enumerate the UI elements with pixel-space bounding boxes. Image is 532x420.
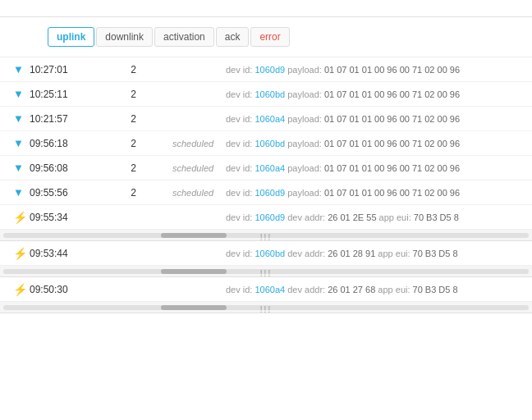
appeui-label: app eui: [378, 249, 412, 258]
payload-value: 01 07 01 01 00 96 00 71 02 00 96 [324, 114, 460, 124]
payload-label: payload: [287, 89, 324, 99]
devid-link[interactable]: 1060d9 [255, 65, 285, 75]
scroll-ellipsis: !!! [260, 233, 272, 242]
row-time: 09:55:56 [30, 187, 87, 199]
scrollbar-thumb[interactable] [161, 233, 227, 238]
table-row[interactable]: ⚡09:53:44dev id: 1060bd dev addr: 26 01 … [0, 241, 532, 266]
tab-error[interactable]: error [250, 27, 289, 47]
page-title [0, 0, 532, 16]
row-counter: 2 [87, 89, 136, 100]
row-time: 10:25:11 [30, 89, 87, 100]
scrollbar-track: !!! [3, 269, 529, 274]
devaddr-label: dev addr: [287, 285, 328, 294]
arrow-down-icon: ▼ [13, 137, 30, 149]
devid-link[interactable]: 1060d9 [255, 188, 285, 198]
row-counter: 2 [87, 162, 136, 174]
scroll-ellipsis: !!! [260, 269, 272, 278]
devid-label: dev id: [226, 212, 255, 222]
appeui-value: 70 B3 D5 8 [414, 212, 459, 222]
row-counter: 2 [87, 64, 136, 75]
devid-label: dev id: [226, 163, 255, 173]
row-content: dev id: 1060bd payload: 01 07 01 01 00 9… [226, 139, 519, 148]
row-time: 10:27:01 [30, 64, 87, 75]
arrow-down-icon: ▼ [13, 88, 30, 100]
devid-label: dev id: [226, 188, 255, 198]
devaddr-value: 26 01 2E 55 [328, 212, 376, 222]
row-content: dev id: 1060a4 payload: 01 07 01 01 00 9… [226, 114, 519, 124]
tab-ack[interactable]: ack [216, 27, 250, 47]
horizontal-scrollbar[interactable]: !!! [0, 302, 532, 313]
devid-link[interactable]: 1060bd [255, 249, 285, 258]
tab-uplink[interactable]: uplink [48, 27, 94, 47]
devid-link[interactable]: 1060bd [255, 89, 285, 99]
row-time: 09:55:34 [30, 212, 87, 223]
devid-label: dev id: [226, 139, 255, 148]
appeui-value: 70 B3 D5 8 [413, 285, 458, 294]
table-row[interactable]: ▼09:56:082scheduleddev id: 1060a4 payloa… [0, 156, 532, 180]
appeui-label: app eui: [379, 212, 414, 222]
devid-link[interactable]: 1060d9 [255, 212, 285, 222]
appeui-label: app eui: [378, 285, 412, 294]
devid-link[interactable]: 1060bd [255, 139, 285, 148]
filter-tabs: uplink downlink activation ack error [48, 27, 290, 47]
row-time: 09:56:18 [30, 138, 87, 149]
table-row[interactable]: ⚡09:50:30dev id: 1060a4 dev addr: 26 01 … [0, 277, 532, 302]
lightning-icon: ⚡ [13, 247, 30, 260]
devid-link[interactable]: 1060a4 [255, 163, 285, 173]
row-content: dev id: 1060bd payload: 01 07 01 01 00 9… [226, 89, 519, 99]
devaddr-value: 26 01 27 68 [328, 285, 375, 294]
arrow-down-icon: ▼ [13, 162, 30, 174]
row-counter: 2 [87, 113, 136, 125]
row-scheduled: scheduled [172, 188, 226, 198]
payload-value: 01 07 01 01 00 96 00 71 02 00 96 [324, 89, 460, 99]
payload-value: 01 07 01 01 00 96 00 71 02 00 96 [324, 139, 460, 148]
devaddr-label: dev addr: [287, 212, 328, 222]
appeui-value: 70 B3 D5 8 [413, 249, 458, 258]
row-content: dev id: 1060d9 dev addr: 26 01 2E 55 app… [226, 212, 519, 222]
table-row[interactable]: ▼10:25:112dev id: 1060bd payload: 01 07 … [0, 82, 532, 107]
table-row[interactable]: ▼09:55:562scheduleddev id: 1060d9 payloa… [0, 180, 532, 205]
devid-link[interactable]: 1060a4 [255, 114, 285, 124]
lightning-icon: ⚡ [13, 283, 30, 296]
column-headers [0, 50, 532, 57]
row-content: dev id: 1060a4 dev addr: 26 01 27 68 app… [226, 285, 519, 294]
table-row[interactable]: ▼10:27:012dev id: 1060d9 payload: 01 07 … [0, 57, 532, 82]
devid-link[interactable]: 1060a4 [255, 285, 285, 294]
payload-label: payload: [287, 65, 324, 75]
arrow-down-icon: ▼ [13, 63, 30, 75]
row-counter: 2 [87, 187, 136, 199]
row-content: dev id: 1060a4 payload: 01 07 01 01 00 9… [226, 163, 519, 173]
table-row[interactable]: ⚡09:55:34dev id: 1060d9 dev addr: 26 01 … [0, 205, 532, 230]
horizontal-scrollbar[interactable]: !!! [0, 230, 532, 241]
horizontal-scrollbar[interactable]: !!! [0, 266, 532, 277]
devid-label: dev id: [226, 249, 255, 258]
tab-activation[interactable]: activation [154, 27, 214, 47]
row-counter: 2 [87, 138, 136, 149]
row-scheduled: scheduled [172, 163, 226, 173]
scrollbar-thumb[interactable] [161, 269, 227, 274]
table-row[interactable]: ▼09:56:182scheduleddev id: 1060bd payloa… [0, 131, 532, 156]
row-time: 09:53:44 [30, 248, 87, 259]
devaddr-value: 26 01 28 91 [328, 249, 375, 258]
header-divider [0, 16, 532, 17]
scroll-ellipsis: !!! [260, 305, 272, 314]
arrow-down-icon: ▼ [13, 186, 30, 199]
row-time: 09:50:30 [30, 284, 87, 295]
scrollbar-track: !!! [3, 233, 529, 238]
arrow-down-icon: ▼ [13, 112, 30, 125]
devid-label: dev id: [226, 285, 255, 294]
table-row[interactable]: ▼10:21:572dev id: 1060a4 payload: 01 07 … [0, 107, 532, 131]
payload-value: 01 07 01 01 00 96 00 71 02 00 96 [324, 65, 460, 75]
payload-label: payload: [287, 188, 324, 198]
row-scheduled: scheduled [172, 139, 226, 148]
scrollbar-thumb[interactable] [161, 305, 227, 310]
payload-label: payload: [287, 163, 324, 173]
row-time: 10:21:57 [30, 113, 87, 125]
payload-label: payload: [287, 139, 324, 148]
data-rows: ▼10:27:012dev id: 1060d9 payload: 01 07 … [0, 57, 532, 313]
payload-value: 01 07 01 01 00 96 00 71 02 00 96 [324, 188, 460, 198]
lightning-icon: ⚡ [13, 211, 30, 224]
payload-label: payload: [287, 114, 324, 124]
devid-label: dev id: [226, 65, 255, 75]
tab-downlink[interactable]: downlink [96, 27, 153, 47]
